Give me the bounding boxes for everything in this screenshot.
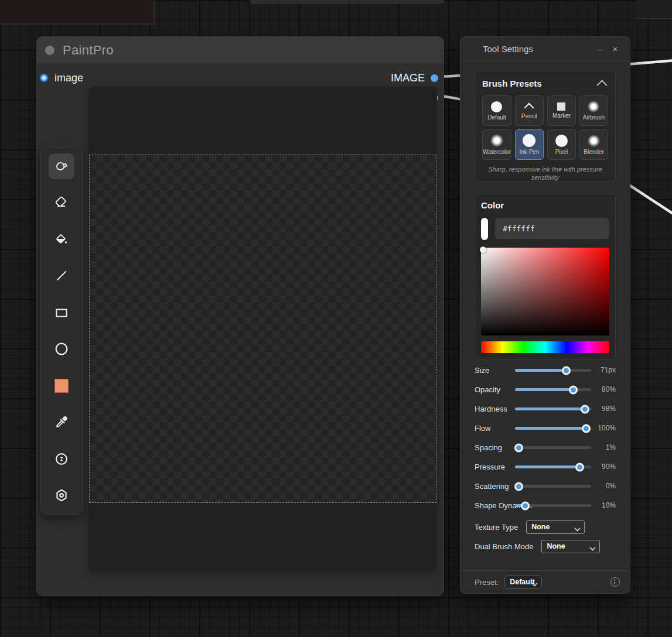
soft-circle-icon [588, 135, 600, 147]
close-button[interactable]: × [609, 43, 622, 56]
chevron-up-icon[interactable] [595, 79, 608, 88]
brush-preset-pencil[interactable]: Pencil [515, 95, 544, 126]
brush-preset-default[interactable]: Default [482, 95, 511, 126]
square-icon [557, 102, 565, 111]
chevron-icon [524, 102, 534, 111]
transparent-canvas-area[interactable] [89, 155, 436, 503]
brush-preset-marker[interactable]: Marker [547, 95, 576, 126]
slider-thumb[interactable] [514, 482, 523, 491]
slider-thumb[interactable] [582, 424, 591, 433]
texture-type-select[interactable]: None [526, 520, 585, 534]
dual-brush-mode-label: Dual Brush Mode [475, 542, 533, 551]
tool-fill[interactable] [49, 227, 74, 252]
brush-presets-title: Brush Presets [482, 78, 542, 88]
image-input-connector[interactable] [39, 73, 49, 83]
brush-preset-pixel[interactable]: Pixel [547, 129, 576, 160]
slider-track[interactable] [515, 446, 591, 449]
panel-footer: Preset: Default [460, 570, 630, 593]
tool-eyedropper[interactable] [49, 409, 74, 435]
circle-icon [53, 341, 70, 357]
paint-bucket-icon [54, 232, 69, 247]
panel-title: Tool Settings [483, 44, 533, 54]
node-status-dot [45, 46, 54, 55]
tool-history[interactable] [49, 446, 74, 472]
slider-track[interactable] [515, 465, 591, 468]
slider-fill [515, 407, 585, 410]
slider-row-flow: Flow 100% [475, 419, 616, 438]
eraser-icon [54, 195, 69, 210]
panel-header[interactable]: Tool Settings – × [460, 37, 630, 61]
slider-row-hardness: Hardness 98% [475, 399, 616, 419]
brush-sliders: Size 71px Opacity 80% Hardness 98% Flow … [475, 361, 616, 515]
slider-row-spacing: Spacing 1% [475, 438, 616, 457]
line-icon [54, 268, 69, 283]
slider-track[interactable] [515, 369, 591, 372]
color-title: Color [481, 200, 609, 210]
history-timer-icon [54, 451, 69, 467]
slider-thumb[interactable] [562, 366, 571, 375]
color-section: Color [475, 194, 616, 359]
brush-preset-airbrush[interactable]: Airbrush [579, 95, 608, 126]
slider-thumb[interactable] [521, 501, 530, 510]
slider-thumb[interactable] [569, 385, 578, 394]
slider-row-pressure: Pressure 90% [475, 457, 616, 477]
slider-fill [515, 388, 574, 391]
slider-row-size: Size 71px [475, 361, 616, 380]
tool-settings[interactable] [49, 482, 74, 508]
texture-type-label: Texture Type [475, 523, 518, 532]
eyedropper-icon [54, 415, 69, 430]
dual-brush-mode-select[interactable]: None [541, 540, 600, 553]
slider-thumb[interactable] [581, 405, 589, 413]
current-color-swatch [54, 379, 69, 393]
gradient-cursor[interactable] [480, 246, 486, 253]
solid-circle-icon [491, 101, 502, 112]
slider-fill [515, 465, 580, 468]
node-header[interactable]: PaintPro [37, 37, 444, 64]
hue-slider[interactable] [481, 341, 609, 353]
slider-thumb[interactable] [514, 443, 523, 452]
tool-line[interactable] [49, 263, 74, 289]
brush-preset-grid: Default Pencil Marker Airbrush Watercolo… [482, 95, 608, 160]
brush-preset-description: Sharp, responsive ink line with pressure… [485, 165, 606, 182]
slider-track[interactable] [515, 388, 591, 391]
image-input-label: image [54, 72, 83, 84]
tool-rectangle[interactable] [49, 300, 74, 326]
paint-toolbar [40, 147, 83, 515]
paint-canvas[interactable] [88, 87, 437, 571]
tool-color-swatch[interactable] [49, 373, 74, 399]
slider-track[interactable] [515, 407, 591, 410]
brush-preset-watercolor[interactable]: Watercolor [482, 129, 511, 160]
rectangle-icon [54, 305, 69, 320]
brush-preset-ink-pen[interactable]: Ink Pen [515, 129, 544, 160]
preset-select[interactable]: Default [504, 576, 542, 589]
color-swatch[interactable] [481, 218, 488, 240]
paintpro-node: PaintPro image IMAGE MASK [36, 36, 444, 596]
image-output-label: IMAGE [391, 72, 425, 84]
hex-color-input[interactable] [495, 218, 609, 239]
slider-track[interactable] [515, 485, 591, 488]
slider-thumb[interactable] [575, 463, 584, 471]
soft-circle-icon [588, 101, 599, 112]
brush-icon [54, 159, 69, 174]
slider-track[interactable] [515, 427, 591, 430]
soft-circle-icon [490, 134, 503, 147]
hexagon-settings-icon [54, 488, 69, 503]
image-output-connector[interactable] [431, 74, 438, 82]
saturation-value-gradient[interactable] [481, 248, 609, 335]
brush-presets-section: Brush Presets Default Pencil Marker Airb… [475, 71, 616, 182]
preset-label: Preset: [475, 578, 499, 587]
tool-eraser[interactable] [49, 190, 74, 215]
solid-circle-icon [523, 134, 535, 147]
slider-track[interactable] [515, 504, 591, 507]
slider-row-opacity: Opacity 80% [475, 380, 616, 399]
info-icon[interactable] [610, 577, 620, 587]
slider-fill [515, 427, 586, 430]
minimize-button[interactable]: – [593, 43, 606, 56]
tool-ellipse[interactable] [49, 336, 74, 362]
node-title: PaintPro [63, 43, 114, 58]
slider-fill [515, 369, 567, 372]
tool-brush[interactable] [49, 153, 74, 179]
brush-preset-blender[interactable]: Blender [579, 129, 608, 160]
tool-settings-panel: Tool Settings – × Brush Presets Default … [460, 36, 630, 594]
solid-circle-icon [555, 135, 568, 147]
